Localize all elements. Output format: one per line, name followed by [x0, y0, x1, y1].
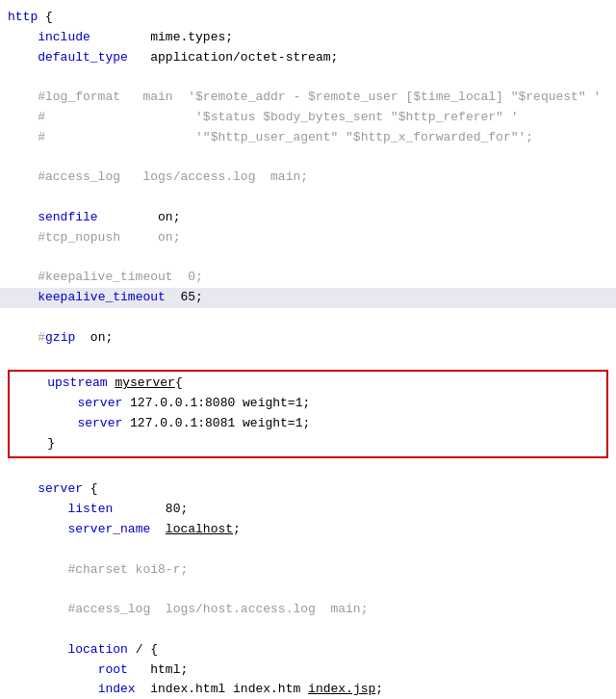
line-root: root html; — [0, 660, 616, 681]
line-include: include mime.types; — [0, 28, 616, 48]
kw-http: http — [8, 8, 38, 28]
line-server-name: server_name localhost; — [0, 520, 616, 540]
line-access-log-host: #access_log logs/host.access.log main; — [0, 600, 616, 620]
line-empty-3 — [0, 188, 616, 208]
line-keepalive-comment: #keepalive_timeout 0; — [0, 268, 616, 288]
line-charset: #charset koi8-r; — [0, 560, 616, 581]
line-server-8081: server 127.0.0.1:8081 weight=1; — [10, 414, 606, 434]
line-upstream: upstream myserver{ — [10, 374, 606, 394]
line-server-8080: server 127.0.0.1:8080 weight=1; — [10, 394, 606, 414]
line-access-log-comment: #access_log logs/access.log main; — [0, 168, 616, 188]
line-1: http { — [0, 8, 616, 28]
line-empty-5 — [0, 308, 616, 328]
line-empty-2 — [0, 148, 616, 168]
line-empty-8 — [0, 540, 616, 560]
line-empty-4 — [0, 248, 616, 269]
line-sendfile: sendfile on; — [0, 208, 616, 228]
line-gzip: #gzip on; — [0, 328, 616, 349]
line-index: index index.html index.htm index.jsp; — [0, 680, 616, 699]
line-empty-7 — [0, 460, 616, 480]
line-keepalive: keepalive_timeout 65; — [0, 288, 616, 308]
line-tcp-nopush: #tcp_nopush on; — [0, 228, 616, 248]
line-server: server { — [0, 479, 616, 500]
line-empty-1 — [0, 67, 616, 88]
line-log-format-1: #log_format main '$remote_addr - $remote… — [0, 88, 616, 108]
line-empty-9 — [0, 580, 616, 600]
line-default-type: default_type application/octet-stream; — [0, 48, 616, 68]
line-empty-10 — [0, 620, 616, 640]
line-listen: listen 80; — [0, 500, 616, 520]
code-container: http { include mime.types; default_type … — [0, 0, 616, 699]
line-upstream-close: } — [10, 434, 606, 454]
line-location: location / { — [0, 640, 616, 660]
line-log-format-2: # '$status $body_bytes_sent "$http_refer… — [0, 108, 616, 128]
line-log-format-3: # '"$http_user_agent" "$http_x_forwarded… — [0, 128, 616, 148]
line-empty-6 — [0, 349, 616, 369]
upstream-block: upstream myserver{ server 127.0.0.1:8080… — [8, 370, 608, 457]
